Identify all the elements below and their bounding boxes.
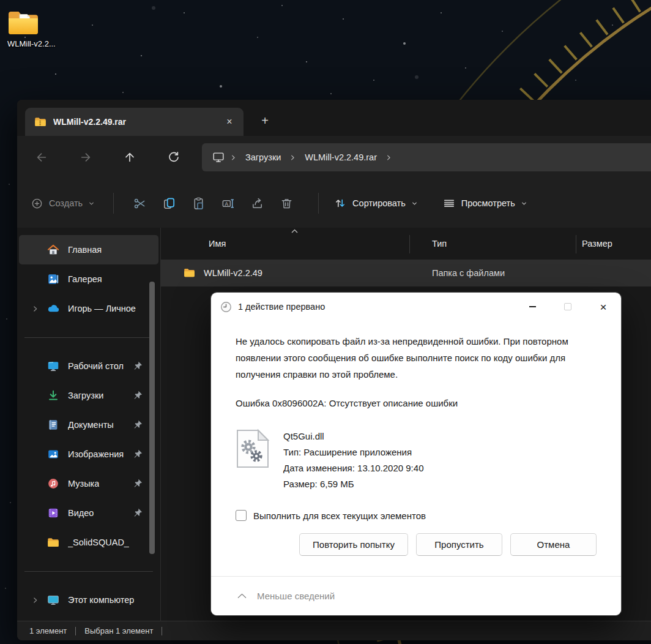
new-button[interactable]: Создать (31, 197, 95, 210)
this-pc-icon (212, 151, 225, 164)
minimize-button[interactable] (515, 293, 550, 321)
pin-icon (133, 361, 144, 372)
sidebar-item-onedrive[interactable]: Игорь — Личное (19, 294, 158, 323)
new-tab-button[interactable]: + (255, 110, 275, 131)
dll-file-type: Тип: Расширение приложения (283, 444, 423, 460)
column-header-type[interactable]: Тип (432, 239, 447, 249)
up-icon[interactable] (117, 145, 142, 170)
dialog-title: 1 действие прервано (238, 302, 325, 312)
sort-ascending-icon (291, 228, 299, 234)
pin-icon (133, 449, 144, 460)
sidebar-item-documents[interactable]: Документы (19, 410, 158, 440)
sidebar-item-desktop[interactable]: Рабочий стол (19, 351, 158, 381)
sidebar-item-home[interactable]: Главная (19, 235, 158, 264)
forward-icon[interactable] (73, 145, 98, 170)
dialog-titlebar[interactable]: 1 действие прервано × (211, 293, 621, 321)
dll-file-size: Размер: 6,59 МБ (283, 476, 423, 492)
dll-file-icon (236, 429, 270, 469)
maximize-icon (564, 303, 571, 310)
cancel-button[interactable]: Отмена (510, 533, 597, 556)
downloads-icon (46, 388, 61, 403)
desktop: WLMill-v2.2... WLMill-v2.2.49.rar × + (0, 0, 651, 644)
dll-file-name: Qt5Gui.dll (283, 429, 423, 444)
pictures-icon (46, 447, 61, 462)
retry-button[interactable]: Повторить попытку (299, 533, 408, 556)
toolbar-divider (113, 193, 114, 214)
tab-wlmill-rar[interactable]: WLMill-v2.2.49.rar × (25, 108, 244, 136)
column-header-size[interactable]: Размер (582, 239, 612, 249)
sort-menu-button[interactable]: Сортировать (333, 197, 418, 210)
dialog-body: Не удалось скопировать файл из-за непред… (211, 321, 621, 556)
apply-to-all-row: Выполнить для всех текущих элементов (236, 510, 597, 521)
sidebar-item-gallery[interactable]: Галерея (19, 264, 158, 294)
sidebar-item-music[interactable]: Музыка (19, 469, 158, 498)
rename-icon[interactable]: A (214, 190, 241, 217)
folder-icon (183, 266, 196, 279)
dialog-buttons: Повторить попытку Пропустить Отмена (236, 533, 597, 556)
file-name: WLMill-v2.2.49 (204, 268, 262, 278)
status-divider (162, 627, 162, 635)
minimize-icon (529, 306, 536, 307)
chevron-right-icon[interactable] (29, 594, 41, 606)
status-bar: 1 элемент Выбран 1 элемент (17, 621, 651, 640)
file-info-block: Qt5Gui.dll Тип: Расширение приложения Да… (236, 429, 597, 492)
sidebar-item-solidsquad[interactable]: _SolidSQUAD_ (19, 528, 158, 557)
pin-icon (133, 419, 144, 430)
list-lines-icon (442, 197, 456, 210)
pin-icon (133, 507, 144, 519)
pin-icon (133, 478, 144, 489)
column-divider[interactable] (576, 235, 576, 253)
delete-icon[interactable] (273, 190, 300, 217)
folder-icon (46, 535, 61, 550)
desktop-monitor-icon (46, 359, 61, 373)
shortcut-label: WLMill-v2.2... (7, 39, 69, 48)
breadcrumb-downloads[interactable]: Загрузки (242, 150, 285, 165)
sidebar-item-videos[interactable]: Видео (19, 498, 158, 528)
file-metadata: Qt5Gui.dll Тип: Расширение приложения Да… (283, 429, 423, 492)
apply-to-all-checkbox[interactable] (236, 510, 247, 521)
paste-icon[interactable] (185, 190, 212, 217)
column-headers: Имя Тип Размер (161, 228, 651, 260)
back-icon[interactable] (29, 145, 54, 170)
close-button[interactable]: × (586, 293, 621, 321)
tab-close-icon[interactable]: × (221, 114, 237, 130)
sidebar-scrollbar[interactable] (149, 282, 155, 554)
home-icon (46, 242, 61, 257)
view-menu-button[interactable]: Просмотреть (442, 197, 527, 210)
error-message: Не удалось скопировать файл из-за непред… (236, 333, 597, 383)
navigation-bar: Загрузки WLMill-v2.2.49.rar (17, 136, 651, 179)
command-toolbar: Создать A (17, 179, 651, 228)
navigation-pane: Главная Галерея Игорь — Личное (17, 228, 160, 621)
svg-text:A: A (225, 201, 228, 206)
share-icon[interactable] (244, 190, 270, 217)
breadcrumb-archive[interactable]: WLMill-v2.2.49.rar (301, 150, 381, 165)
column-divider[interactable] (409, 235, 410, 253)
error-code-line: Ошибка 0x8096002A: Отсутствует описание … (236, 398, 597, 408)
sort-menu-label: Сортировать (352, 198, 406, 208)
copy-icon[interactable] (155, 190, 182, 217)
selection-count: Выбран 1 элемент (84, 626, 153, 635)
onedrive-icon (46, 301, 61, 316)
sidebar-item-downloads[interactable]: Загрузки (19, 381, 158, 410)
sidebar-item-this-pc[interactable]: Этот компьютер (19, 585, 158, 615)
desktop-shortcut-wlmill[interactable]: WLMill-v2.2... (7, 10, 69, 48)
gallery-icon (46, 272, 61, 286)
tab-strip: WLMill-v2.2.49.rar × + (17, 100, 651, 136)
address-bar[interactable]: Загрузки WLMill-v2.2.49.rar (202, 143, 651, 171)
maximize-button[interactable] (550, 293, 586, 321)
skip-button[interactable]: Пропустить (416, 533, 502, 556)
details-toggle[interactable]: Меньше сведений (211, 576, 621, 615)
cut-icon[interactable] (126, 190, 153, 217)
file-row-wlmill[interactable]: WLMill-v2.2.49 Папка с файлами (161, 260, 651, 286)
rar-folder-icon (34, 115, 47, 129)
refresh-icon[interactable] (162, 145, 186, 170)
sidebar-item-pictures[interactable]: Изображения (19, 440, 158, 469)
chevron-right-icon (229, 153, 238, 162)
sidebar-divider (24, 571, 153, 572)
pin-icon (133, 390, 144, 401)
computer-icon (46, 593, 61, 607)
toolbar-divider (318, 193, 319, 214)
chevron-right-icon[interactable] (29, 302, 41, 315)
video-icon (46, 506, 61, 520)
column-header-name[interactable]: Имя (209, 239, 226, 249)
